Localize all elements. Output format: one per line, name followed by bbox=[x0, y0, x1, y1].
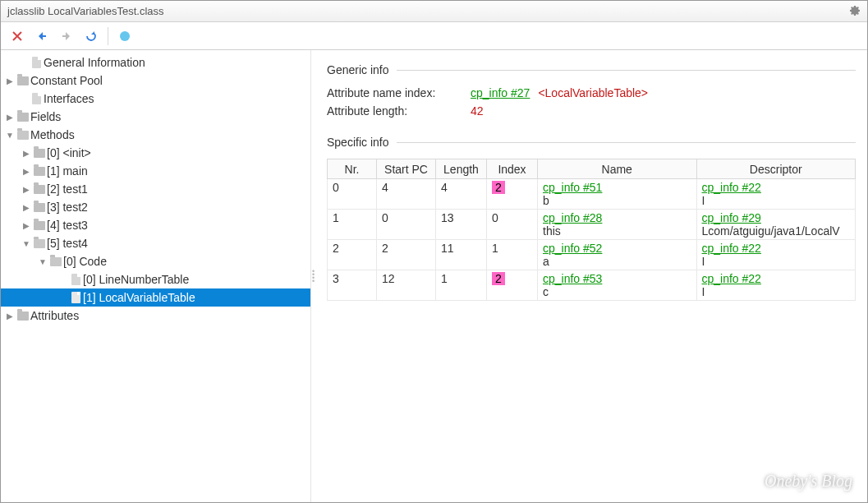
tree-item-code[interactable]: ▼[0] Code bbox=[1, 252, 310, 270]
folder-icon bbox=[34, 203, 45, 212]
col-name[interactable]: Name bbox=[538, 159, 697, 179]
cpinfo-link[interactable]: cp_info #51 bbox=[543, 181, 602, 194]
chevron-right-icon[interactable]: ▶ bbox=[4, 76, 16, 85]
forward-icon[interactable] bbox=[55, 25, 78, 48]
cell-index: 1 bbox=[487, 240, 538, 270]
col-nr[interactable]: Nr. bbox=[328, 159, 377, 179]
file-icon bbox=[71, 292, 80, 303]
globe-icon[interactable] bbox=[113, 25, 136, 48]
chevron-right-icon[interactable]: ▶ bbox=[21, 185, 32, 194]
folder-icon bbox=[34, 239, 45, 248]
local-variable-table: Nr. Start PC Length Index Name Descripto… bbox=[327, 159, 856, 301]
folder-icon bbox=[17, 131, 29, 140]
tree-item-general-info[interactable]: General Information bbox=[1, 53, 310, 72]
cpinfo-link[interactable]: cp_info #22 bbox=[702, 181, 761, 194]
close-icon[interactable] bbox=[6, 25, 29, 48]
col-length[interactable]: Length bbox=[436, 159, 487, 179]
cell-startpc: 0 bbox=[377, 210, 436, 240]
generic-info-header: Generic info bbox=[327, 63, 856, 76]
tree-item-localvariabletable[interactable]: [1] LocalVariableTable bbox=[1, 288, 310, 307]
col-descriptor[interactable]: Descriptor bbox=[696, 159, 856, 179]
chevron-down-icon[interactable]: ▼ bbox=[4, 131, 16, 140]
cell-name: cp_info #51b bbox=[538, 179, 697, 210]
folder-icon bbox=[17, 113, 29, 122]
cpinfo-link[interactable]: cp_info #29 bbox=[702, 211, 761, 224]
tree-item-linenumbertable[interactable]: [0] LineNumberTable bbox=[1, 270, 310, 288]
cell-startpc: 4 bbox=[377, 179, 436, 210]
table-row[interactable]: 10130cp_info #28thiscp_info #29Lcom/atgu… bbox=[328, 210, 856, 240]
cell-startpc: 12 bbox=[377, 270, 436, 301]
cell-descriptor: cp_info #22I bbox=[696, 179, 856, 210]
chevron-right-icon[interactable]: ▶ bbox=[4, 113, 16, 122]
cell-descriptor: cp_info #22I bbox=[696, 240, 856, 270]
cpinfo-link[interactable]: cp_info #52 bbox=[543, 242, 602, 255]
tree-panel[interactable]: General Information ▶Constant Pool Inter… bbox=[1, 50, 311, 502]
table-header-row: Nr. Start PC Length Index Name Descripto… bbox=[328, 159, 856, 179]
watermark: Oneby's Blog bbox=[765, 472, 852, 491]
cpinfo-link[interactable]: cp_info #53 bbox=[543, 272, 602, 285]
chevron-down-icon[interactable]: ▼ bbox=[21, 239, 32, 248]
cell-index: 2 bbox=[487, 179, 538, 210]
tree-item-interfaces[interactable]: Interfaces bbox=[1, 90, 310, 108]
back-icon[interactable] bbox=[30, 25, 53, 48]
tree-item-attributes[interactable]: ▶Attributes bbox=[1, 307, 310, 325]
app-window: jclasslib LocalVariablesTest.class Gener… bbox=[0, 0, 868, 503]
tree-item-method-test4[interactable]: ▼[5] test4 bbox=[1, 234, 310, 252]
folder-icon bbox=[50, 257, 62, 266]
toolbar-separator bbox=[108, 27, 108, 45]
cell-name: cp_info #52a bbox=[538, 240, 697, 270]
file-icon bbox=[32, 57, 41, 68]
chevron-right-icon[interactable]: ▶ bbox=[21, 167, 32, 176]
tree-item-method-test1[interactable]: ▶[2] test1 bbox=[1, 180, 310, 198]
cpinfo-link[interactable]: cp_info #22 bbox=[702, 242, 761, 255]
detail-panel: Generic info Attribute name index: cp_in… bbox=[315, 50, 867, 502]
cell-index: 2 bbox=[487, 270, 538, 301]
tree-item-fields[interactable]: ▶Fields bbox=[1, 108, 310, 126]
attr-name-row: Attribute name index: cp_info #27 <Local… bbox=[327, 86, 856, 99]
folder-icon bbox=[17, 76, 29, 85]
cell-startpc: 2 bbox=[377, 240, 436, 270]
cpinfo-link[interactable]: cp_info #22 bbox=[702, 272, 761, 285]
attr-length-row: Attribute length: 42 bbox=[327, 104, 856, 118]
tree-item-method-main[interactable]: ▶[1] main bbox=[1, 162, 310, 180]
chevron-right-icon[interactable]: ▶ bbox=[21, 221, 32, 230]
cpinfo-link[interactable]: cp_info #28 bbox=[543, 211, 602, 224]
table-row[interactable]: 31212cp_info #53ccp_info #22I bbox=[328, 270, 856, 301]
tree-item-methods[interactable]: ▼Methods bbox=[1, 126, 310, 144]
chevron-right-icon[interactable]: ▶ bbox=[21, 149, 32, 158]
folder-icon bbox=[34, 149, 45, 158]
chevron-down-icon[interactable]: ▼ bbox=[37, 257, 48, 266]
grip-icon: •••• bbox=[312, 270, 315, 283]
tree-item-method-test2[interactable]: ▶[3] test2 bbox=[1, 198, 310, 216]
tree-item-constant-pool[interactable]: ▶Constant Pool bbox=[1, 72, 310, 90]
svg-point-0 bbox=[120, 31, 130, 41]
table-row[interactable]: 0442cp_info #51bcp_info #22I bbox=[328, 179, 856, 210]
cell-name: cp_info #53c bbox=[538, 270, 697, 301]
cell-name: cp_info #28this bbox=[538, 210, 697, 240]
cpinfo-link[interactable]: cp_info #27 bbox=[471, 86, 530, 99]
cell-length: 13 bbox=[436, 210, 487, 240]
body: General Information ▶Constant Pool Inter… bbox=[1, 50, 867, 502]
gear-icon[interactable] bbox=[847, 3, 861, 19]
refresh-icon[interactable] bbox=[80, 25, 103, 48]
specific-info-header: Specific info bbox=[327, 136, 856, 149]
attr-name-tag: <LocalVariableTable> bbox=[538, 86, 648, 99]
cell-descriptor: cp_info #22I bbox=[696, 270, 856, 301]
cell-nr: 3 bbox=[328, 270, 377, 301]
tree-item-method-init[interactable]: ▶[0] <init> bbox=[1, 144, 310, 162]
tree-item-method-test3[interactable]: ▶[4] test3 bbox=[1, 216, 310, 234]
col-startpc[interactable]: Start PC bbox=[377, 159, 436, 179]
toolbar bbox=[1, 22, 867, 50]
file-icon bbox=[32, 93, 41, 104]
cell-nr: 2 bbox=[328, 240, 377, 270]
cell-index: 0 bbox=[487, 210, 538, 240]
folder-icon bbox=[17, 311, 29, 321]
folder-icon bbox=[34, 221, 45, 230]
file-icon bbox=[71, 274, 80, 285]
chevron-right-icon[interactable]: ▶ bbox=[4, 311, 16, 321]
chevron-right-icon[interactable]: ▶ bbox=[21, 203, 32, 212]
folder-icon bbox=[34, 185, 45, 194]
col-index[interactable]: Index bbox=[487, 159, 538, 179]
table-row[interactable]: 22111cp_info #52acp_info #22I bbox=[328, 240, 856, 270]
cell-nr: 1 bbox=[328, 210, 377, 240]
